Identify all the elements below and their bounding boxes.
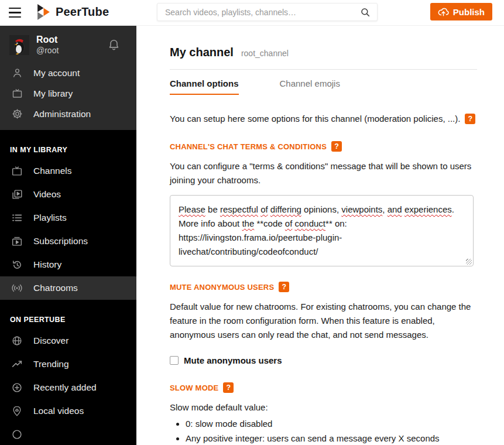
help-icon[interactable]: ? bbox=[279, 282, 289, 292]
mute-section-header: MUTE ANONYMOUS USERS ? bbox=[170, 282, 477, 292]
video-library-icon bbox=[11, 188, 23, 201]
main-content: My channel root_channel Channel options … bbox=[136, 26, 504, 445]
slow-mode-heading: SLOW MODE bbox=[170, 384, 218, 392]
sidebar-item-label: Videos bbox=[33, 189, 61, 200]
channel-handle: root_channel bbox=[241, 49, 289, 58]
header-divider bbox=[170, 69, 477, 70]
peertube-logo[interactable]: PeerTube bbox=[37, 4, 109, 20]
page-header: My channel root_channel bbox=[170, 46, 477, 59]
peertube-logo-icon bbox=[37, 4, 50, 20]
tab-bar: Channel options Channel emojis bbox=[170, 78, 477, 95]
sidebar-item-local-videos[interactable]: Local videos bbox=[0, 399, 136, 423]
list-item: Any positive integer: users can send a m… bbox=[186, 432, 461, 445]
tv-icon bbox=[11, 87, 23, 100]
tab-channel-emojis[interactable]: Channel emojis bbox=[280, 78, 340, 95]
mute-description: Default value for new chatrooms. For exi… bbox=[170, 300, 477, 342]
notification-bell-icon[interactable] bbox=[107, 37, 121, 52]
sidebar-item-label: Chatrooms bbox=[33, 283, 78, 293]
terms-heading: CHANNEL'S CHAT TERMS & CONDITIONS bbox=[170, 142, 327, 151]
resize-handle[interactable] bbox=[466, 259, 472, 265]
sidebar-item-label: Administration bbox=[33, 109, 91, 119]
sidebar-item-my-library[interactable]: My library bbox=[0, 83, 136, 104]
sidebar-item-label: Trending bbox=[33, 359, 69, 369]
sidebar: Root @root My account bbox=[0, 26, 136, 445]
sidebar-item-videos[interactable]: Videos bbox=[0, 183, 136, 206]
help-icon[interactable]: ? bbox=[223, 382, 234, 393]
sidebar-item-label: My account bbox=[33, 68, 80, 78]
terms-section-header: CHANNEL'S CHAT TERMS & CONDITIONS ? bbox=[170, 141, 477, 152]
sidebar-item-label: Subscriptions bbox=[33, 236, 88, 247]
help-icon[interactable]: ? bbox=[331, 141, 342, 152]
terms-textarea[interactable]: Please be respectful of differing opinio… bbox=[170, 195, 474, 266]
section-header-on-peertube: ON PEERTUBE bbox=[10, 316, 136, 324]
upload-cloud-icon bbox=[438, 7, 449, 17]
sidebar-item-label: History bbox=[33, 259, 61, 270]
sidebar-item-chatrooms[interactable]: Chatrooms bbox=[0, 276, 136, 300]
publish-label: Publish bbox=[453, 7, 485, 17]
sidebar-item-subscriptions[interactable]: Subscriptions bbox=[0, 230, 136, 253]
mute-anonymous-checkbox[interactable] bbox=[170, 356, 179, 365]
sidebar-item-discover[interactable]: Discover bbox=[0, 329, 136, 352]
sidebar-item-administration[interactable]: Administration bbox=[0, 104, 136, 124]
section-header-in-my-library: IN MY LIBRARY bbox=[10, 146, 136, 154]
sidebar-item-label: Local videos bbox=[33, 406, 84, 416]
menu-hamburger-icon[interactable] bbox=[9, 8, 21, 18]
user-handle: @root bbox=[36, 45, 107, 56]
mute-checkbox-row: Mute anonymous users bbox=[170, 355, 477, 365]
sidebar-item-recently-added[interactable]: Recently added bbox=[0, 376, 136, 399]
tab-channel-options[interactable]: Channel options bbox=[170, 78, 239, 95]
slow-mode-description: Slow mode default value: bbox=[170, 400, 477, 415]
in-my-library-section: IN MY LIBRARY Channels Videos bbox=[0, 146, 136, 300]
sidebar-item-label: Recently added bbox=[33, 382, 97, 393]
top-bar: PeerTube Publish bbox=[0, 0, 504, 26]
search-icon[interactable] bbox=[360, 7, 371, 18]
user-meta: Root @root bbox=[36, 34, 107, 56]
sidebar-item-label: Discover bbox=[33, 336, 68, 346]
user-name: Root bbox=[36, 34, 107, 45]
sidebar-item-label: My library bbox=[33, 88, 73, 99]
circle-icon bbox=[11, 428, 23, 441]
live-broadcast-icon bbox=[11, 282, 23, 295]
channel-options-intro: You can setup here some options for this… bbox=[170, 112, 477, 126]
sidebar-item-trending[interactable]: Trending bbox=[0, 352, 136, 376]
search-bar bbox=[157, 3, 378, 21]
terms-description: You can configure a "terms & conditions"… bbox=[170, 159, 477, 187]
home-pin-icon bbox=[11, 405, 23, 417]
sidebar-item-label: Channels bbox=[33, 166, 72, 176]
on-peertube-section: ON PEERTUBE Discover Trending bbox=[0, 316, 136, 445]
sidebar-item-playlists[interactable]: Playlists bbox=[0, 206, 136, 230]
slow-mode-section-header: SLOW MODE ? bbox=[170, 382, 477, 393]
mute-checkbox-label[interactable]: Mute anonymous users bbox=[184, 355, 282, 365]
slow-mode-options-list: 0: slow mode disabled Any positive integ… bbox=[170, 417, 477, 445]
trending-icon bbox=[11, 358, 23, 371]
avatar[interactable] bbox=[9, 35, 29, 55]
sidebar-item-history[interactable]: History bbox=[0, 253, 136, 276]
list-item: 0: slow mode disabled bbox=[186, 417, 461, 431]
sidebar-item-label: Playlists bbox=[33, 213, 67, 223]
help-icon[interactable]: ? bbox=[465, 114, 475, 124]
sidebar-item-partial[interactable] bbox=[0, 423, 136, 445]
publish-button[interactable]: Publish bbox=[430, 3, 492, 20]
tv-icon bbox=[11, 165, 23, 177]
user-panel: Root @root My account bbox=[0, 26, 136, 130]
globe-icon bbox=[11, 334, 23, 347]
search-input[interactable] bbox=[157, 8, 360, 17]
brand-title: PeerTube bbox=[56, 5, 109, 19]
intro-text: You can setup here some options for this… bbox=[170, 112, 460, 126]
history-clock-icon bbox=[11, 258, 23, 271]
sidebar-item-channels[interactable]: Channels bbox=[0, 159, 136, 183]
person-icon bbox=[11, 67, 23, 80]
user-row[interactable]: Root @root bbox=[0, 26, 136, 63]
sidebar-item-my-account[interactable]: My account bbox=[0, 63, 136, 83]
plus-circle-icon bbox=[11, 381, 23, 394]
gear-icon bbox=[11, 108, 23, 121]
page-title: My channel bbox=[170, 46, 234, 59]
playlist-icon bbox=[11, 211, 23, 224]
mute-heading: MUTE ANONYMOUS USERS bbox=[170, 283, 274, 292]
subscriptions-icon bbox=[11, 235, 23, 248]
